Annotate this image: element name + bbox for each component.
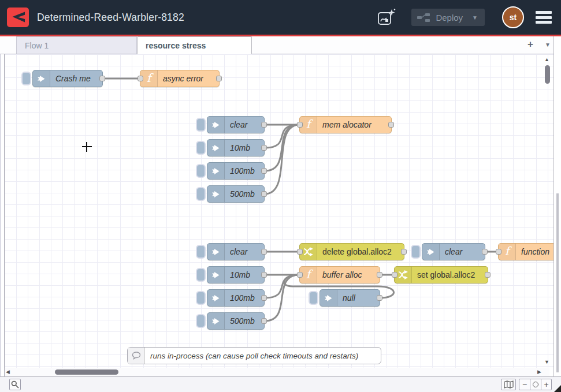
inject-trigger-button[interactable] (196, 164, 206, 178)
node-500mb-buf[interactable]: 500mb (207, 312, 265, 330)
inject-trigger-button[interactable] (411, 245, 421, 259)
zoom-reset-icon (533, 382, 538, 387)
user-avatar[interactable]: st (502, 6, 524, 28)
inject-icon (207, 244, 225, 260)
deploy-flow-icon (417, 13, 430, 22)
flow-canvas[interactable]: Crash mefasync errorclear10mb100mb500mbf… (5, 54, 553, 368)
zoom-out-button[interactable]: − (519, 379, 530, 390)
node-10mb-buf[interactable]: 10mb (207, 266, 265, 283)
node-set-global-alloc2[interactable]: set global.alloc2 (394, 266, 488, 283)
node-label: delete global.alloc2 (317, 247, 404, 256)
vertical-scrollbar[interactable]: ▲ ▼ (542, 55, 551, 367)
zoom-reset-button[interactable] (530, 379, 541, 390)
node-buffer-alloc[interactable]: fbuffer alloc (299, 266, 380, 283)
output-port[interactable] (377, 295, 382, 301)
header-bar: Determined-Reed-Warbler-8182 Deploy ▼ (0, 0, 561, 35)
input-port[interactable] (297, 122, 303, 128)
output-port[interactable] (216, 76, 222, 81)
vertical-scrollbar-thumb[interactable] (545, 65, 550, 84)
inject-trigger-button[interactable] (196, 141, 206, 155)
output-port[interactable] (261, 168, 267, 174)
output-port[interactable] (261, 122, 267, 128)
zoom-in-button[interactable]: + (541, 379, 552, 390)
deploy-dropdown-icon[interactable]: ▼ (472, 14, 478, 21)
node-clear-buf[interactable]: clear (207, 243, 265, 260)
search-icon (11, 380, 19, 389)
node-comment[interactable]: runs in-process (can cause poll check ti… (127, 347, 381, 364)
output-port[interactable] (261, 272, 267, 278)
scroll-down-icon[interactable]: ▼ (544, 358, 549, 367)
inject-trigger-button[interactable] (196, 268, 206, 282)
node-label: clear (225, 120, 264, 129)
palette-strip (0, 54, 5, 376)
node-mem-alocator[interactable]: fmem alocator (299, 116, 392, 133)
deploy-label: Deploy (436, 13, 463, 23)
avatar-initials: st (510, 13, 517, 22)
input-port[interactable] (392, 272, 397, 278)
flow-assistant-icon[interactable] (376, 7, 396, 28)
horizontal-scrollbar[interactable]: ◀ ▶ (5, 368, 549, 376)
inject-trigger-button[interactable] (196, 118, 206, 132)
output-port[interactable] (377, 272, 382, 278)
output-port[interactable] (261, 191, 267, 197)
tab-resource-stress[interactable]: resource stress (137, 36, 252, 54)
node-crash-me[interactable]: Crash me (32, 70, 103, 87)
node-null[interactable]: null (319, 289, 380, 307)
flow-list-dropdown-icon[interactable]: ▼ (545, 42, 551, 48)
map-icon (504, 380, 514, 389)
scroll-left-icon[interactable]: ◀ (6, 368, 10, 376)
navigator-button[interactable] (501, 379, 516, 390)
node-label: Crash me (50, 74, 102, 83)
sidebar-strip (553, 36, 561, 376)
output-port[interactable] (401, 249, 407, 255)
sidebar-mini-scrollbar[interactable] (556, 193, 559, 372)
input-port[interactable] (496, 249, 501, 255)
mouse-crosshair (86, 142, 87, 152)
node-label: 100mb (225, 293, 264, 303)
inject-trigger-button[interactable] (196, 187, 206, 201)
resize-grip[interactable] (554, 385, 561, 392)
inject-icon (207, 290, 225, 306)
node-async-error[interactable]: fasync error (140, 70, 220, 87)
node-10mb-mem[interactable]: 10mb (207, 139, 265, 156)
output-port[interactable] (261, 318, 267, 324)
inject-icon (422, 244, 440, 260)
main-menu-icon[interactable] (536, 9, 552, 26)
add-flow-button[interactable]: + (527, 39, 533, 50)
node-label: clear (225, 247, 264, 256)
horizontal-scrollbar-thumb[interactable] (55, 369, 118, 375)
output-port[interactable] (388, 122, 394, 128)
output-port[interactable] (482, 249, 488, 255)
node-500mb-mem[interactable]: 500mb (207, 185, 265, 203)
input-port[interactable] (297, 272, 303, 278)
inject-trigger-button[interactable] (196, 245, 206, 259)
node-100mb-buf[interactable]: 100mb (207, 289, 265, 307)
output-port[interactable] (485, 272, 491, 278)
node-delete-global-alloc2[interactable]: delete global.alloc2 (299, 243, 404, 260)
node-100mb-mem[interactable]: 100mb (207, 162, 265, 180)
inject-icon (207, 117, 225, 133)
tab-flow-1[interactable]: Flow 1 (16, 36, 137, 54)
flowfuse-logo-icon[interactable] (7, 8, 29, 27)
output-port[interactable] (261, 249, 267, 255)
node-label: mem alocator (317, 120, 391, 129)
output-port[interactable] (261, 145, 267, 151)
node-label: 100mb (225, 166, 264, 176)
inject-trigger-button[interactable] (309, 291, 318, 305)
search-button[interactable] (9, 379, 21, 390)
inject-icon (33, 70, 50, 87)
deploy-button[interactable]: Deploy ▼ (411, 9, 485, 26)
node-clear-mem[interactable]: clear (207, 116, 265, 133)
output-port[interactable] (261, 295, 267, 301)
input-port[interactable] (138, 76, 143, 81)
inject-trigger-button[interactable] (21, 72, 31, 85)
inject-icon (207, 163, 225, 179)
inject-trigger-button[interactable] (196, 314, 206, 328)
scroll-up-icon[interactable]: ▲ (544, 55, 549, 64)
output-port[interactable] (99, 76, 105, 81)
node-clear-fn[interactable]: clear (422, 243, 485, 260)
scroll-right-icon[interactable]: ▶ (537, 368, 541, 376)
input-port[interactable] (297, 249, 303, 255)
inject-trigger-button[interactable] (196, 291, 206, 305)
node-label: clear (440, 247, 485, 256)
